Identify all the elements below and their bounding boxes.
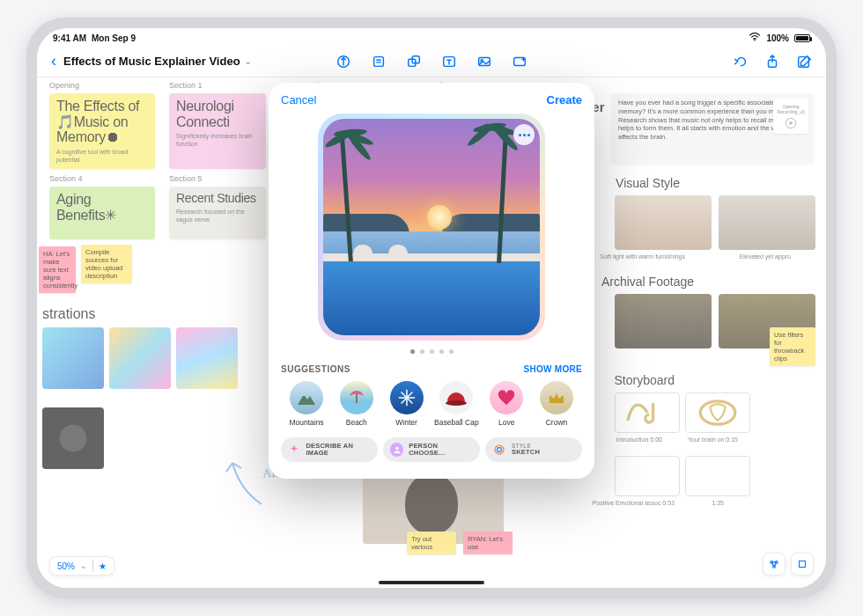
crown-icon bbox=[540, 381, 573, 414]
suggestion-label: Love bbox=[498, 418, 514, 427]
svg-point-26 bbox=[498, 448, 502, 452]
create-button[interactable]: Create bbox=[547, 93, 582, 106]
page-indicator[interactable] bbox=[281, 349, 582, 354]
storyboard-3[interactable] bbox=[615, 456, 680, 496]
card-section1[interactable]: Neurologi Connecti Significantly increas… bbox=[169, 93, 266, 169]
card-s5-title: Recent Studies bbox=[176, 192, 259, 205]
battery-icon bbox=[794, 34, 810, 42]
suggestion-mountains[interactable]: Mountains bbox=[283, 381, 330, 427]
suggestion-love[interactable]: Love bbox=[483, 381, 530, 427]
preview-frame bbox=[318, 114, 545, 341]
chip-person[interactable]: PERSON CHOOSE… bbox=[383, 437, 480, 462]
back-chevron-icon[interactable]: ‹ bbox=[51, 52, 56, 70]
suggestion-label: Baseball Cap bbox=[434, 418, 479, 427]
card-opening[interactable]: The Effects of 🎵Music on Memory⏺ A cogni… bbox=[49, 93, 155, 169]
sticky-tryout[interactable]: Try out various bbox=[407, 532, 456, 554]
svg-point-24 bbox=[395, 447, 399, 451]
sticky-ha[interactable]: HA: Let's make sure text aligns consiste… bbox=[39, 246, 76, 293]
visual-style-cap-1: Soft light with warm furnishings bbox=[601, 253, 685, 260]
suggestion-crown[interactable]: Crown bbox=[533, 381, 580, 427]
card-section4[interactable]: Aging Benefits✳ bbox=[49, 187, 155, 239]
text-tool-icon[interactable] bbox=[441, 54, 457, 70]
screen: 9:41 AM Mon Sep 9 100% ‹ Effects of Musi… bbox=[37, 28, 826, 588]
suggestion-label: Beach bbox=[346, 418, 367, 427]
share-icon[interactable] bbox=[764, 54, 780, 70]
shapes-tool-icon[interactable] bbox=[406, 54, 422, 70]
svg-rect-18 bbox=[800, 561, 806, 568]
zoom-control[interactable]: 50% ⌄ ★ bbox=[49, 556, 114, 576]
title-chevron-icon[interactable]: ⌄ bbox=[244, 55, 252, 67]
card-s5-sub: Research focused on the vagus nerve bbox=[176, 209, 259, 224]
illustration-thumb-4[interactable] bbox=[42, 407, 104, 469]
section-label-1: Section 1 bbox=[169, 81, 203, 90]
audio-clip-label: Opening Recording_v3 bbox=[773, 104, 808, 115]
storyboard-4[interactable] bbox=[685, 456, 750, 496]
image-playground-popover: Cancel Create bbox=[269, 83, 594, 479]
visual-style-thumb-2[interactable] bbox=[719, 195, 815, 250]
illustration-thumb-1[interactable] bbox=[42, 327, 104, 389]
undo-icon[interactable] bbox=[733, 54, 749, 70]
zoom-star-icon[interactable]: ★ bbox=[99, 561, 107, 571]
suggestions-row: Mountains Beach Winter Baseball Cap Love bbox=[281, 381, 582, 427]
show-more-button[interactable]: SHOW MORE bbox=[523, 364, 582, 374]
section-label-opening: Opening bbox=[49, 81, 79, 90]
hand-arrow-icon bbox=[222, 456, 266, 509]
status-bar: 9:41 AM Mon Sep 9 100% bbox=[37, 28, 826, 46]
style-swirl-icon bbox=[492, 443, 506, 457]
card-s4-title: Aging Benefits✳ bbox=[56, 192, 148, 223]
status-time: 9:41 AM bbox=[53, 33, 86, 43]
sticky-ryan[interactable]: RYAN: Let's use bbox=[463, 532, 513, 554]
compose-icon[interactable] bbox=[796, 54, 812, 70]
storyboard-2[interactable] bbox=[685, 392, 750, 433]
chip-style[interactable]: STYLE SKETCH bbox=[485, 437, 582, 462]
preview-more-button[interactable] bbox=[513, 124, 535, 145]
audio-clip[interactable]: Opening Recording_v3 bbox=[773, 99, 808, 134]
illustration-thumb-2[interactable] bbox=[109, 327, 171, 389]
love-icon bbox=[490, 381, 523, 414]
suggestion-beach[interactable]: Beach bbox=[333, 381, 380, 427]
cancel-button[interactable]: Cancel bbox=[281, 93, 316, 106]
chip-style-text: STYLE SKETCH bbox=[512, 444, 540, 457]
media-tool-icon[interactable] bbox=[476, 54, 492, 70]
archival-thumb-1[interactable] bbox=[615, 294, 712, 348]
note-tool-icon[interactable] bbox=[371, 54, 387, 70]
heading-archival: Archival Footage bbox=[601, 275, 694, 289]
suggestion-baseball-cap[interactable]: Baseball Cap bbox=[432, 381, 480, 427]
suggestions-label: SUGGESTIONS bbox=[281, 364, 350, 374]
suggestion-label: Mountains bbox=[289, 418, 323, 427]
sticky-filters[interactable]: Use filters for throwback clips bbox=[770, 327, 815, 366]
suggestion-winter[interactable]: Winter bbox=[383, 381, 431, 427]
illustration-thumb-3[interactable] bbox=[176, 327, 238, 389]
visual-style-thumb-1[interactable] bbox=[615, 195, 712, 250]
generated-image-preview[interactable] bbox=[323, 119, 540, 335]
navigator-button[interactable] bbox=[763, 553, 786, 576]
card-section5[interactable]: Recent Studies Research focused on the v… bbox=[169, 187, 266, 239]
ipad-device: 9:41 AM Mon Sep 9 100% ‹ Effects of Musi… bbox=[26, 18, 837, 598]
suggestion-label: Winter bbox=[395, 418, 417, 427]
beach-icon bbox=[340, 381, 373, 414]
card-s1-title: Neurologi Connecti bbox=[176, 99, 259, 129]
pen-tool-icon[interactable] bbox=[336, 54, 351, 70]
grid-button[interactable] bbox=[791, 553, 814, 576]
mountains-icon bbox=[290, 381, 323, 414]
winter-icon bbox=[390, 381, 424, 414]
battery-percent: 100% bbox=[766, 33, 789, 43]
chip-describe[interactable]: DESCRIBE AN IMAGE bbox=[281, 437, 378, 462]
baseball-cap-icon bbox=[439, 381, 473, 414]
card-opening-title: The Effects of 🎵Music on Memory⏺ bbox=[56, 99, 148, 145]
chip-row: DESCRIBE AN IMAGE PERSON CHOOSE… STYLE S… bbox=[281, 437, 582, 462]
heading-visual-style: Visual Style bbox=[616, 176, 680, 190]
home-indicator[interactable] bbox=[379, 581, 484, 584]
storyboard-cap-3: Positive Emotional assoc 0:53 bbox=[593, 500, 675, 506]
heading-storyboard: Storyboard bbox=[615, 373, 675, 387]
card-s1-sub: Significantly increases brain function bbox=[176, 133, 259, 149]
card-opening-sub: A cognitive tool with broad potential bbox=[56, 149, 148, 165]
storyboard-1[interactable] bbox=[615, 392, 680, 433]
sticky-compile[interactable]: Compile sources for video upload descrip… bbox=[81, 245, 132, 283]
document-title[interactable]: Effects of Music Explainer Video bbox=[63, 55, 240, 68]
ai-image-tool-icon[interactable] bbox=[512, 54, 527, 70]
text-note[interactable]: ver Have you ever had a song trigger a s… bbox=[611, 93, 814, 164]
svg-point-23 bbox=[446, 400, 467, 406]
right-tool-group bbox=[733, 54, 812, 70]
svg-rect-2 bbox=[374, 56, 384, 66]
